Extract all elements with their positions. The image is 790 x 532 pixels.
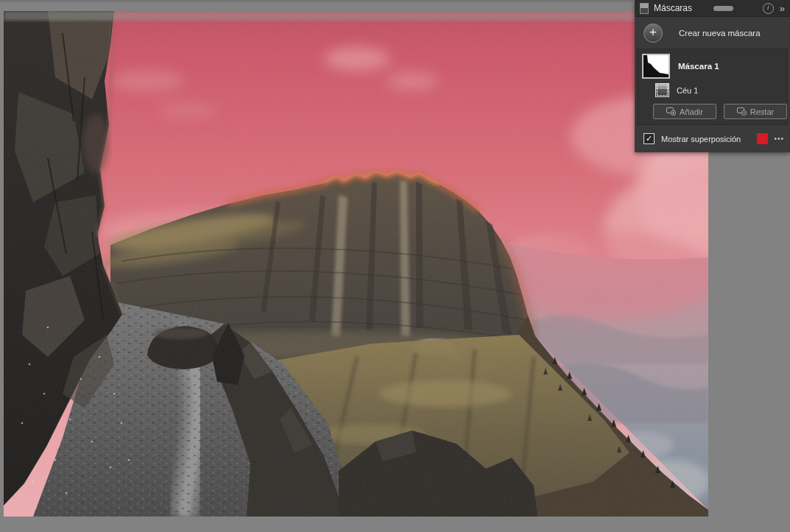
add-shape-icon	[666, 107, 676, 116]
create-mask-label: Crear nueva máscara	[679, 29, 761, 38]
subtract-from-mask-button[interactable]: Restar	[724, 104, 787, 119]
drag-handle-icon[interactable]	[713, 6, 733, 11]
show-overlay-row: ✓ Mostrar superposición •••	[635, 125, 790, 152]
show-overlay-label: Mostrar superposición	[661, 135, 757, 143]
panel-title: Máscaras	[654, 3, 692, 13]
add-button-label: Añadir	[680, 107, 703, 116]
mask-thumbnail[interactable]	[642, 54, 670, 79]
component-thumbnail[interactable]	[655, 83, 669, 97]
create-mask-row[interactable]: + Crear nueva máscara	[635, 17, 790, 49]
photo-canvas[interactable]	[4, 11, 708, 517]
subtract-button-label: Restar	[750, 107, 774, 116]
panel-icon	[640, 3, 649, 14]
info-icon[interactable]: i	[763, 3, 774, 14]
overlay-options-icon[interactable]: •••	[774, 135, 784, 143]
mask-row[interactable]: Máscara 1	[638, 52, 787, 81]
overlay-color-swatch[interactable]	[757, 133, 768, 144]
create-mask-button[interactable]: +	[643, 24, 663, 43]
mask-component-row[interactable]: Céu 1	[638, 81, 787, 100]
selection-ants-icon	[657, 85, 668, 96]
show-overlay-checkbox[interactable]: ✓	[643, 133, 655, 144]
mask-name: Máscara 1	[678, 62, 719, 71]
mask-preview-icon	[643, 55, 669, 77]
subtract-shape-icon	[737, 107, 747, 116]
mask-group: Máscara 1 Céu 1 Añadir	[637, 49, 788, 125]
landscape-photo	[4, 11, 708, 517]
collapse-panel-icon[interactable]: »	[780, 4, 785, 13]
masks-panel: Máscaras i » + Crear nueva máscara Másca…	[635, 0, 790, 152]
add-to-mask-button[interactable]: Añadir	[653, 104, 716, 119]
mask-buttons-row: Añadir Restar	[638, 104, 787, 119]
masks-panel-header[interactable]: Máscaras i »	[635, 0, 790, 17]
component-name: Céu 1	[677, 86, 698, 95]
